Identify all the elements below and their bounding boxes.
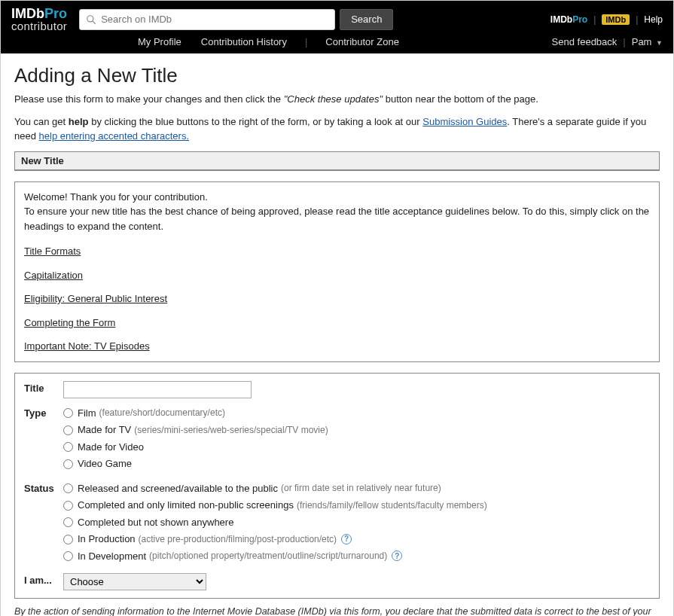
status-radio[interactable]: [63, 501, 73, 511]
status-radio[interactable]: [63, 535, 73, 544]
status-option-paren: (pitch/optioned property/treatment/outli…: [149, 549, 387, 563]
welcome-line-2: To ensure your new title has the best ch…: [24, 204, 650, 233]
type-radio[interactable]: [63, 459, 73, 469]
separator: |: [593, 14, 596, 25]
nav-divider: |: [305, 36, 307, 47]
row-iam: I am... Choose: [24, 573, 650, 590]
search-button[interactable]: Search: [340, 9, 393, 30]
new-title-panel: New Title: [14, 151, 660, 171]
help-icon[interactable]: ?: [392, 550, 402, 561]
type-radio[interactable]: [63, 408, 73, 418]
user-name: Pam: [632, 36, 652, 47]
search-input[interactable]: [101, 14, 328, 25]
status-option-label: Released and screened/available to the p…: [78, 481, 278, 496]
accented-chars-link[interactable]: help entering accented characters.: [39, 130, 189, 142]
guideline-tv-episodes[interactable]: Important Note: TV Episodes: [24, 340, 150, 352]
intro-bold: help: [69, 116, 89, 127]
intro-text: by clicking the blue buttons to the righ…: [89, 116, 423, 127]
welcome-box: Welcome! Thank you for your contribution…: [14, 181, 660, 362]
status-radio[interactable]: [63, 551, 73, 561]
status-option: Released and screened/available to the p…: [63, 481, 650, 496]
status-option-paren: (active pre-production/filming/post-prod…: [139, 532, 337, 546]
status-radio[interactable]: [63, 483, 73, 493]
logo[interactable]: IMDbPro contributor: [11, 7, 67, 32]
type-option-label: Made for Video: [78, 440, 144, 455]
welcome-line-1: Welcome! Thank you for your contribution…: [24, 190, 650, 205]
nav-divider: |: [623, 36, 625, 47]
status-option: Completed but not shown anywhere: [63, 515, 650, 530]
logo-pro: Pro: [44, 6, 67, 21]
status-option-label: Completed but not shown anywhere: [78, 515, 233, 530]
type-option: Made for TV(series/mini-series/web-serie…: [63, 422, 650, 438]
status-label: Status: [24, 481, 63, 494]
intro-text: button near the bottom of the page.: [383, 93, 538, 105]
type-option-paren: (series/mini-series/web-series/special/T…: [134, 423, 328, 437]
status-option: In Production(active pre-production/film…: [63, 532, 650, 547]
search-box[interactable]: [79, 9, 335, 30]
pro-badge-imdb: IMDb: [550, 14, 572, 25]
iam-select[interactable]: Choose: [63, 573, 206, 590]
type-option-label: Video Game: [78, 456, 132, 471]
disclaimer: By the action of sending information to …: [14, 605, 660, 616]
help-link[interactable]: Help: [644, 14, 663, 25]
row-status: Status Released and screened/available t…: [24, 481, 650, 566]
intro-text: Please use this form to make your change…: [14, 93, 284, 105]
row-type: Type Film(feature/short/documentary/etc)…: [24, 406, 650, 474]
guideline-eligibility[interactable]: Eligibility: General Public Interest: [24, 293, 167, 304]
status-option: In Development(pitch/optioned property/t…: [63, 549, 650, 564]
svg-point-0: [87, 15, 93, 21]
status-option-label: Completed and only limited non-public sc…: [78, 498, 294, 513]
chevron-down-icon: ▼: [656, 39, 663, 47]
pro-badge-pro: Pro: [572, 14, 587, 25]
type-radio[interactable]: [63, 425, 73, 435]
guideline-links: Title Formats Capitalization Eligibility…: [24, 244, 650, 354]
form-panel: Title Type Film(feature/short/documentar…: [14, 373, 660, 599]
intro-text: You can get: [14, 116, 69, 127]
imdbpro-link[interactable]: IMDbPro: [550, 14, 587, 25]
status-option-label: In Development: [78, 549, 146, 564]
type-option: Film(feature/short/documentary/etc): [63, 406, 650, 421]
guideline-title-formats[interactable]: Title Formats: [24, 245, 81, 257]
status-option-paren: (friends/family/fellow students/faculty …: [297, 499, 487, 512]
send-feedback-link[interactable]: Send feedback: [552, 36, 618, 47]
new-title-header: New Title: [15, 152, 659, 170]
status-radio[interactable]: [63, 517, 73, 527]
type-option: Video Game: [63, 456, 650, 471]
type-label: Type: [24, 406, 63, 419]
logo-imdb: IMDb: [11, 6, 44, 21]
separator: |: [636, 14, 638, 25]
page-title: Adding a New Title: [14, 64, 660, 87]
page-container: IMDbPro contributor Search IMDbPro | IMD…: [0, 0, 674, 616]
subnav: My Profile Contribution History | Contri…: [1, 36, 673, 53]
topbar: IMDbPro contributor Search IMDbPro | IMD…: [1, 1, 673, 36]
title-label: Title: [24, 381, 63, 394]
guideline-completing-form[interactable]: Completing the Form: [24, 317, 115, 328]
submission-guides-link[interactable]: Submission Guides: [422, 116, 507, 127]
type-option-label: Film: [78, 406, 96, 421]
type-option-label: Made for TV: [78, 422, 131, 438]
nav-my-profile[interactable]: My Profile: [136, 36, 183, 47]
status-option: Completed and only limited non-public sc…: [63, 498, 650, 513]
logo-contributor: contributor: [11, 20, 67, 32]
row-title: Title: [24, 381, 650, 398]
status-option-label: In Production: [78, 532, 136, 547]
svg-line-1: [93, 20, 96, 23]
intro-line-2: You can get help by clicking the blue bu…: [14, 114, 660, 144]
status-option-paren: (or firm date set in relatively near fut…: [281, 481, 441, 495]
guideline-capitalization[interactable]: Capitalization: [24, 270, 83, 281]
search-wrap: Search: [79, 9, 543, 30]
intro-italic: "Check these updates": [284, 93, 383, 105]
top-right-links: IMDbPro | IMDb | Help: [550, 14, 663, 25]
user-menu[interactable]: Pam ▼: [632, 36, 663, 47]
iam-label: I am...: [24, 573, 63, 586]
type-option: Made for Video: [63, 440, 650, 455]
imdb-link[interactable]: IMDb: [602, 14, 630, 25]
nav-contributor-zone[interactable]: Contributor Zone: [324, 36, 401, 47]
intro-line-1: Please use this form to make your change…: [14, 92, 660, 107]
help-icon[interactable]: ?: [341, 534, 352, 544]
search-icon: [86, 14, 96, 25]
type-option-paren: (feature/short/documentary/etc): [99, 406, 225, 419]
title-input[interactable]: [63, 381, 252, 398]
nav-contribution-history[interactable]: Contribution History: [200, 36, 288, 47]
type-radio[interactable]: [63, 442, 73, 452]
